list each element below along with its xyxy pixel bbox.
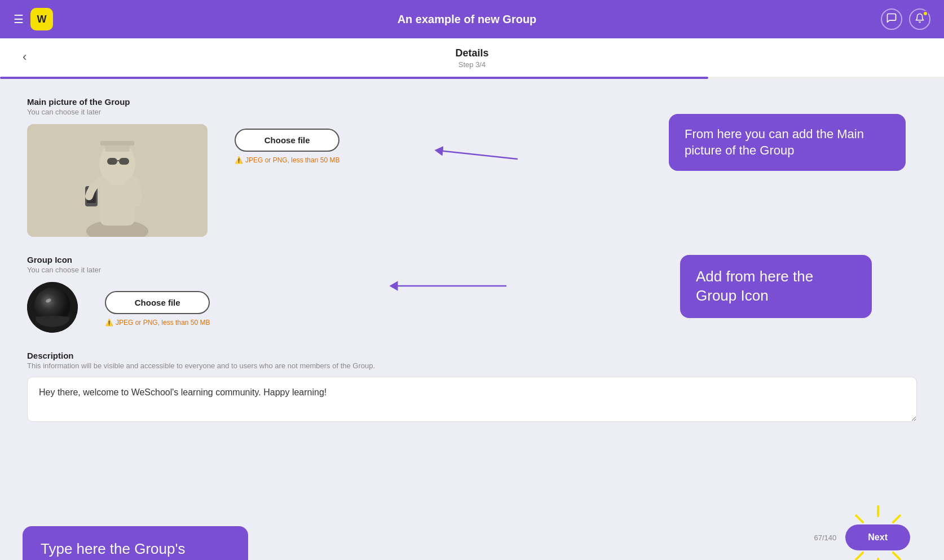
description-section: Description This information will be vis… [27,351,917,424]
statue-image [27,124,208,237]
main-content: Main picture of the Group You can choose… [0,79,944,560]
next-button-wrapper: Next [845,524,910,550]
warning-icon-2: ⚠️ [105,319,113,327]
chat-icon [886,12,897,27]
top-nav: ☰ W An example of new Group [0,0,944,38]
nav-title: An example of new Group [53,13,881,26]
group-icon-section: Group Icon You can choose it later [27,255,917,333]
notification-dot [923,11,928,16]
group-icon-controls: Choose file ⚠️ JPEG or PNG, less than 50… [105,282,210,327]
description-note: This information will be visible and acc… [27,361,917,370]
main-picture-section: Main picture of the Group You can choose… [27,97,917,237]
svg-rect-7 [119,158,129,165]
warning-icon: ⚠️ [235,156,243,164]
main-picture-file-warning: ⚠️ JPEG or PNG, less than 50 MB [235,156,339,164]
svg-rect-6 [107,158,117,165]
main-picture-controls: Choose file ⚠️ JPEG or PNG, less than 50… [235,124,339,164]
next-button[interactable]: Next [845,524,910,550]
group-icon-file-warning: ⚠️ JPEG or PNG, less than 50 MB [105,319,210,327]
back-button[interactable]: ‹ [23,50,27,64]
description-label: Description [27,351,917,360]
main-picture-preview [27,124,208,237]
logo-badge: W [30,8,53,30]
main-picture-choose-file-button[interactable]: Choose file [235,129,339,152]
svg-rect-5 [100,141,134,145]
group-icon-preview [27,282,78,333]
step-header: ‹ Details Step 3/4 [0,38,944,79]
notification-button[interactable] [909,8,930,30]
hamburger-icon[interactable]: ☰ [14,12,24,26]
main-picture-label: Main picture of the Group [27,97,917,107]
nav-icons [881,8,930,30]
group-icon-tooltip: Add from here the Group Icon [680,255,872,318]
group-icon-image [27,282,78,333]
description-textarea[interactable]: Hey there, welcome to WeSchool's learnin… [27,377,917,422]
step-title: Details [455,47,488,59]
step-subtitle: Step 3/4 [458,60,486,69]
main-picture-tooltip: From here you can add the Main picture o… [669,114,906,171]
group-icon-choose-file-button[interactable]: Choose file [105,291,210,314]
chat-button[interactable] [881,8,902,30]
